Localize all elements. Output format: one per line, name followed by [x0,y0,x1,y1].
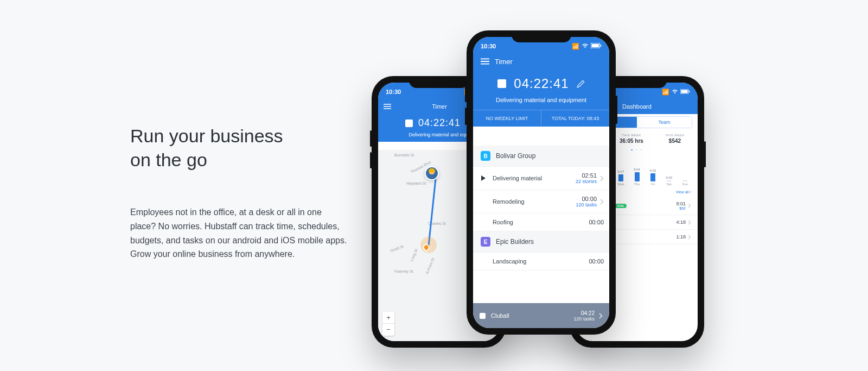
task-time: 02:51 [576,172,597,179]
task-list[interactable]: B Bolivar Group Delivering material 02:5… [473,146,609,303]
signal-icon: 📶 [662,89,669,96]
chart-bar [618,174,623,181]
group-badge: E [481,237,490,247]
chart-column: Sun [679,179,691,186]
chevron-right-icon [600,199,604,205]
chevron-right-icon [688,220,691,225]
chevron-right-icon [688,235,691,240]
signal-icon: 📶 [572,43,579,50]
task-time: 00:00 [589,219,604,225]
group-name: Bolivar Group [496,152,535,160]
stop-button[interactable] [497,79,506,88]
menu-icon[interactable] [384,104,392,109]
play-icon[interactable] [481,175,488,181]
timer-value: 04:22:41 [418,117,461,129]
task-row[interactable]: Roofing 00:00 [473,213,609,231]
task-meta: 22 stories [576,179,597,184]
status-time: 10:30 [386,89,401,95]
marketing-heading: Run your business on the go [130,124,347,172]
task-time: 00:00 [576,196,597,202]
battery-icon [680,89,690,95]
stop-icon[interactable] [480,313,486,319]
worker-avatar[interactable] [425,166,439,180]
chevron-right-icon [599,313,603,319]
zoom-out-button[interactable]: − [382,324,394,336]
svg-rect-4 [681,90,688,93]
marketing-body: Employees not in the office, at a desk o… [130,205,347,261]
phone-mockups: 10:30 📶 [372,30,708,351]
destination-marker[interactable] [420,237,437,253]
task-name: Landscaping [493,258,589,265]
task-meta: 120 tasks [576,202,597,207]
battery-icon [591,43,602,49]
group-name: Epic Builders [496,238,534,246]
now-playing-bar[interactable]: Cluball 04:22 120 tasks [473,303,609,328]
timer-subtitle: Delivering material and equipment [481,95,602,110]
view-all-link[interactable]: View all › [676,190,691,196]
group-badge: B [481,151,490,161]
task-group[interactable]: E Epic Builders [473,231,609,253]
task-name: Roofing [493,219,589,225]
timer-value: 04:22:41 [514,76,569,91]
task-name: Delivering material [493,175,576,181]
edit-icon[interactable] [577,80,585,88]
percent-pill: 51% [615,204,627,208]
total-today: TOTAL TODAY: 08:43 [541,110,609,127]
chart-column: 6:52 Fri [647,169,659,186]
chart-column: 0:00 Sat [663,176,675,186]
chart-column: 8:04 Thu [631,168,643,186]
chevron-right-icon [600,175,604,181]
segment-team[interactable]: Team [637,117,692,128]
chart-bar [667,180,672,181]
wifi-icon [582,43,589,49]
menu-icon[interactable] [481,58,489,65]
zoom-in-button[interactable]: + [382,312,394,324]
svg-rect-8 [601,45,602,46]
chart-column: 6:07 Wed [615,170,627,186]
task-row[interactable]: Landscaping 00:00 [473,253,609,271]
phone-center: 10:30 📶 Timer [467,30,616,335]
task-row[interactable]: Remodeling 00:00120 tasks [473,190,609,213]
now-playing-name: Cluball [491,312,573,319]
chart-bar [682,180,687,181]
svg-rect-7 [592,44,599,48]
zoom-controls[interactable]: + − [382,312,394,336]
task-time: 00:00 [589,258,604,265]
wifi-icon [672,89,678,95]
svg-rect-5 [689,91,690,92]
task-name: Remodeling [493,198,576,205]
weekly-limit: No weekly limit [473,110,541,127]
chart-bar [635,172,640,181]
task-row[interactable]: Delivering material 02:5122 stories [473,167,609,190]
chevron-right-icon [688,203,691,208]
marketing-copy: Run your business on the go Employees no… [130,124,347,261]
chart-bar [650,173,655,181]
task-group[interactable]: B Bolivar Group [473,146,609,167]
stop-button[interactable] [405,120,413,127]
page-title: Timer [495,58,513,66]
